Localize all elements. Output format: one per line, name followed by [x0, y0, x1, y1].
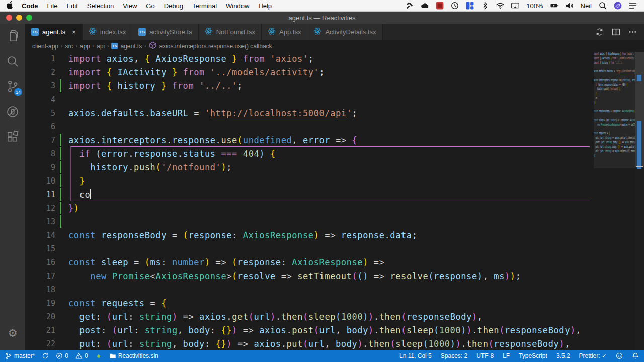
minimize-window-button[interactable] [16, 15, 22, 21]
overview-ruler[interactable] [635, 52, 644, 350]
display-icon[interactable] [511, 2, 519, 10]
line-number[interactable]: 8 [25, 149, 55, 158]
code-line[interactable]: 3import { history } from '../..'; [25, 79, 644, 93]
status-error[interactable]: 0 [56, 352, 68, 359]
menu-window[interactable]: Window [221, 2, 254, 10]
code-line[interactable]: 14const responseBody = (response: AxiosR… [25, 228, 644, 242]
line-number[interactable]: 15 [25, 244, 55, 253]
line-number[interactable]: 3 [25, 81, 55, 90]
code-line[interactable]: 21 post: (url: string, body: {}) => axio… [25, 323, 644, 337]
code-line[interactable]: 6 [25, 120, 644, 133]
tab-index.tsx[interactable]: index.tsx [83, 24, 132, 40]
split-editor-icon[interactable] [612, 28, 620, 36]
tool-icon[interactable] [406, 2, 414, 10]
volume-icon[interactable] [566, 2, 574, 10]
code-line[interactable]: 10 } [25, 174, 644, 188]
apple-icon[interactable] [5, 1, 13, 11]
line-number[interactable]: 18 [25, 285, 55, 294]
code-line[interactable]: 20 get: (url: string) => axios.get(url).… [25, 310, 644, 323]
breadcrumb-file[interactable]: agent.ts [120, 43, 142, 50]
code-line[interactable]: 4 [25, 93, 644, 106]
breadcrumb-item[interactable]: src [65, 43, 73, 50]
breadcrumb-item[interactable]: app [80, 43, 90, 50]
tab-ActivityDetails.tsx[interactable]: ActivityDetails.tsx [307, 24, 382, 40]
status-eol[interactable]: LF [503, 352, 510, 359]
code-line[interactable]: 16const sleep = (ms: number) => (respons… [25, 255, 644, 269]
status-encoding[interactable]: UTF-8 [476, 352, 494, 359]
code-line[interactable]: 11 co [25, 188, 644, 201]
tab-NotFound.tsx[interactable]: NotFound.tsx [199, 24, 262, 40]
menu-view[interactable]: View [118, 2, 141, 10]
line-number[interactable]: 21 [25, 326, 55, 335]
status-warning[interactable]: 0 [75, 352, 88, 359]
status-sync[interactable] [42, 352, 49, 359]
status-folder[interactable]: Reactivities.sln [109, 352, 158, 359]
activitybar-search-icon[interactable] [0, 49, 25, 74]
status-flame[interactable] [95, 352, 102, 359]
line-number[interactable]: 19 [25, 299, 55, 308]
code-line[interactable]: 22 put: (url: string, body: {}) => axios… [25, 337, 644, 350]
bluetooth-icon[interactable] [481, 2, 489, 10]
code-line[interactable]: 7axios.interceptors.response.use(undefin… [25, 133, 644, 147]
activitybar-gear-icon[interactable]: ⚙ [0, 321, 25, 346]
activitybar-extensions-icon[interactable] [0, 124, 25, 149]
zoom-window-button[interactable] [26, 15, 32, 21]
cloud-icon[interactable] [421, 2, 429, 10]
status-smiley-icon[interactable] [616, 352, 623, 359]
activitybar-debug-icon[interactable] [0, 99, 25, 124]
code-line[interactable]: 5axios.defaults.baseURL = 'http://localh… [25, 106, 644, 120]
code-line[interactable]: 15 [25, 242, 644, 255]
status-indentation[interactable]: Spaces: 2 [441, 352, 467, 359]
clock-icon[interactable] [451, 2, 459, 10]
breadcrumb-symbol[interactable]: axios.interceptors.response.use() callba… [159, 43, 272, 50]
breadcrumb-item[interactable]: api [97, 43, 105, 50]
line-number[interactable]: 7 [25, 136, 55, 145]
open-changes-icon[interactable] [595, 28, 604, 36]
minimap-slider[interactable] [594, 52, 635, 168]
more-actions-icon[interactable] [628, 28, 637, 36]
spotlight-icon[interactable] [599, 2, 607, 10]
line-number[interactable]: 6 [25, 122, 55, 131]
code-line[interactable]: 13 [25, 215, 644, 228]
close-tab-icon[interactable]: × [72, 28, 76, 36]
code-line[interactable]: 17 new Promise<AxiosResponse>(resolve =>… [25, 269, 644, 283]
menu-help[interactable]: Help [254, 2, 276, 10]
line-number[interactable]: 17 [25, 272, 55, 281]
tab-agent.ts[interactable]: TSagent.ts× [25, 24, 83, 40]
menu-debug[interactable]: Debug [159, 2, 188, 10]
close-window-button[interactable] [6, 15, 12, 21]
code-line[interactable]: 18 [25, 283, 644, 296]
status-language-mode[interactable]: TypeScript [519, 352, 547, 359]
line-number[interactable]: 10 [25, 176, 55, 186]
battery-icon[interactable] [550, 2, 558, 10]
line-number[interactable]: 12 [25, 204, 55, 213]
user-name[interactable]: Neil [581, 2, 592, 10]
code-line[interactable]: 1import axios, { AxiosResponse } from 'a… [25, 52, 644, 65]
status-bell-icon[interactable] [632, 352, 639, 359]
window-titlebar[interactable]: agent.ts — Reactivities [0, 12, 644, 24]
tab-App.tsx[interactable]: App.tsx [262, 24, 307, 40]
red-app-icon[interactable] [436, 2, 444, 10]
wifi-icon[interactable] [496, 2, 504, 10]
menu-edit[interactable]: Edit [62, 2, 82, 10]
code-line[interactable]: 19const requests = { [25, 296, 644, 310]
line-number[interactable]: 22 [25, 339, 55, 348]
line-number[interactable]: 20 [25, 312, 55, 321]
menu-terminal[interactable]: Terminal [188, 2, 221, 10]
list-icon[interactable] [629, 2, 637, 10]
line-number[interactable]: 14 [25, 231, 55, 240]
line-number[interactable]: 13 [25, 217, 55, 226]
code-editor[interactable]: 1import axios, { AxiosResponse } from 'a… [25, 52, 644, 350]
code-line[interactable]: 9 history.push('/notfound'); [25, 160, 644, 174]
status-ts-version[interactable]: 3.5.2 [556, 352, 570, 359]
breadcrumb-item[interactable]: client-app [32, 43, 58, 50]
status-prettier[interactable]: Prettier: ✓ [579, 352, 607, 359]
line-number[interactable]: 11 [25, 190, 55, 199]
line-number[interactable]: 2 [25, 68, 55, 77]
code-line[interactable]: 8 if (error.response.status === 404) { [25, 147, 644, 160]
menu-selection[interactable]: Selection [83, 2, 118, 10]
line-number[interactable]: 4 [25, 95, 55, 104]
line-number[interactable]: 9 [25, 163, 55, 172]
tab-activityStore.ts[interactable]: TSactivityStore.ts [132, 24, 199, 40]
activitybar-explorer-icon[interactable] [0, 24, 25, 49]
